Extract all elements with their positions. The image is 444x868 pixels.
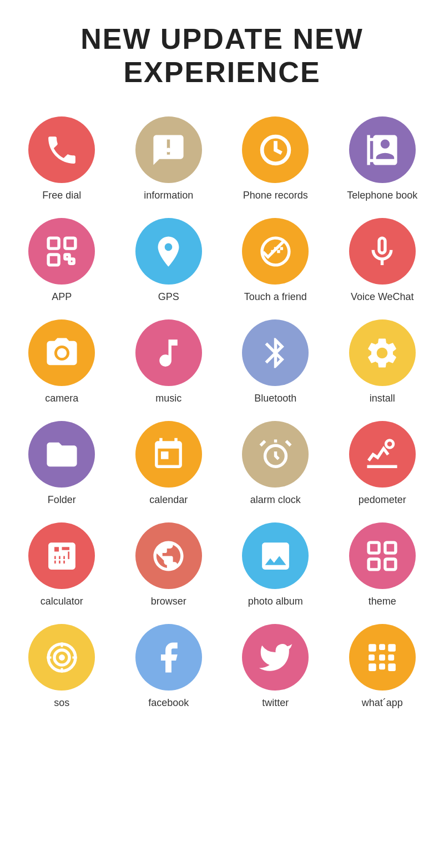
voice-wechat-icon-circle [349,218,416,285]
pedometer-label: pedometer [359,494,406,506]
svg-rect-15 [369,559,379,569]
free-dial-icon-circle [28,116,95,183]
app-item-pedometer[interactable]: pedometer [335,421,430,506]
app-item-browser[interactable]: browser [122,522,216,607]
install-icon-circle [349,319,416,386]
alarm-clock-icon-circle [242,421,309,488]
svg-rect-29 [389,654,395,661]
app-item-voice-wechat[interactable]: Voice WeChat [335,218,430,303]
app-item-whatsapp[interactable]: what´app [335,624,430,709]
calendar-icon-circle [135,421,202,488]
app-item-sos[interactable]: sos [14,624,109,709]
app-label: APP [52,291,72,303]
whatsapp-icon-circle [349,624,416,691]
folder-label: Folder [48,494,76,506]
voice-wechat-label: Voice WeChat [351,291,414,303]
page-title: NEW UPDATE NEW EXPERIENCE [11,22,433,89]
app-item-theme[interactable]: theme [335,522,430,607]
app-item-alarm-clock[interactable]: alarm clock [228,421,322,506]
app-item-bluetooth[interactable]: Bluetooth [228,319,322,404]
svg-rect-5 [65,238,75,248]
browser-icon-circle [135,522,202,589]
touch-a-friend-label: Touch a friend [244,291,307,303]
phone-records-label: Phone records [243,190,308,201]
free-dial-label: Free dial [42,190,81,201]
information-label: information [144,190,193,201]
svg-rect-30 [369,663,376,671]
theme-label: theme [369,596,396,607]
gps-label: GPS [158,291,179,303]
facebook-label: facebook [148,697,189,709]
music-icon-circle [135,319,202,386]
app-item-free-dial[interactable]: Free dial [14,116,109,201]
app-item-camera[interactable]: camera [14,319,109,404]
app-item-calendar[interactable]: calendar [122,421,216,506]
svg-point-2 [173,148,177,152]
svg-rect-27 [369,654,375,661]
sos-label: sos [54,697,69,709]
alarm-clock-label: alarm clock [250,494,301,506]
app-grid: Free dialinformationPhone recordsTelepho… [11,116,433,709]
app-item-gps[interactable]: GPS [122,218,216,303]
app-item-touch-a-friend[interactable]: Touch a friend [228,218,322,303]
theme-icon-circle [349,522,416,589]
svg-rect-6 [48,254,59,265]
svg-rect-14 [385,542,396,553]
pedometer-icon-circle [349,421,416,488]
app-item-music[interactable]: music [122,319,216,404]
photo-album-label: photo album [248,596,303,607]
information-icon-circle [135,116,202,183]
touch-a-friend-icon-circle [242,218,309,285]
app-item-folder[interactable]: Folder [14,421,109,506]
svg-rect-13 [369,542,379,553]
browser-label: browser [151,596,186,607]
install-label: install [370,393,395,404]
svg-point-19 [59,654,65,661]
svg-rect-8 [65,254,69,258]
app-item-telephone-book[interactable]: Telephone book [335,116,430,201]
svg-point-11 [386,440,394,448]
app-item-twitter[interactable]: twitter [228,624,322,709]
telephone-book-icon-circle [349,116,416,183]
facebook-icon-circle [135,624,202,691]
app-item-install[interactable]: install [335,319,430,404]
svg-rect-25 [379,644,385,650]
sos-icon-circle [28,624,95,691]
svg-point-0 [160,148,165,152]
svg-rect-28 [379,654,385,661]
whatsapp-label: what´app [362,697,403,709]
app-item-information[interactable]: information [122,116,216,201]
music-label: music [155,393,181,404]
svg-rect-4 [48,238,59,248]
svg-rect-31 [379,663,385,669]
svg-rect-26 [389,644,396,652]
phone-records-icon-circle [242,116,309,183]
calculator-icon-circle [28,522,95,589]
svg-rect-32 [389,663,396,671]
app-icon-circle [28,218,95,285]
app-item-phone-records[interactable]: Phone records [228,116,322,201]
telephone-book-label: Telephone book [347,190,417,201]
folder-icon-circle [28,421,95,488]
page: NEW UPDATE NEW EXPERIENCE Free dialinfor… [0,0,444,742]
camera-label: camera [45,393,78,404]
svg-point-1 [167,148,171,152]
twitter-label: twitter [262,697,289,709]
app-item-photo-album[interactable]: photo album [228,522,322,607]
app-item-facebook[interactable]: facebook [122,624,216,709]
twitter-icon-circle [242,624,309,691]
svg-rect-16 [385,559,396,569]
app-item-calculator[interactable]: calculator [14,522,109,607]
app-item-app[interactable]: APP [14,218,109,303]
calendar-label: calendar [149,494,188,506]
photo-album-icon-circle [242,522,309,589]
bluetooth-label: Bluetooth [254,393,296,404]
camera-icon-circle [28,319,95,386]
bluetooth-icon-circle [242,319,309,386]
calculator-label: calculator [41,596,83,607]
svg-rect-24 [369,644,376,652]
gps-icon-circle [135,218,202,285]
